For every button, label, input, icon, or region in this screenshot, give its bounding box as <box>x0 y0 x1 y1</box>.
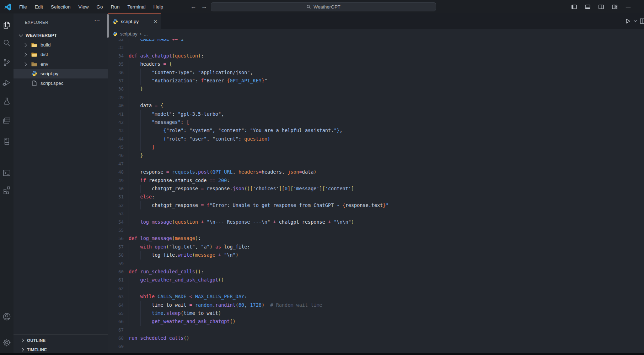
breadcrumb-tail[interactable]: ... <box>144 31 148 37</box>
line-number[interactable]: 34 <box>108 52 124 60</box>
activity-terminal-icon[interactable] <box>2 168 11 178</box>
run-icon[interactable] <box>625 18 631 24</box>
code-line[interactable]: 57 with open("log.txt", "a") as log_file… <box>108 243 644 251</box>
code-line[interactable]: 46 } <box>108 151 644 159</box>
run-dropdown-icon[interactable] <box>633 19 637 23</box>
line-number[interactable]: 52 <box>108 201 124 209</box>
code-line[interactable]: 56def log_message(message): <box>108 234 644 242</box>
line-number[interactable]: 60 <box>108 268 124 276</box>
code-line[interactable]: 53 <box>108 209 644 218</box>
sidebar-section-outline[interactable]: OUTLINE <box>14 334 108 346</box>
activity-explorer-icon[interactable] <box>2 21 11 30</box>
line-number[interactable]: 33 <box>108 43 124 51</box>
code-line[interactable]: 48 response = requests.post(GPT_URL, hea… <box>108 168 644 176</box>
line-number[interactable]: 66 <box>108 317 124 326</box>
code-line[interactable]: 69 <box>108 342 644 350</box>
breadcrumb-file[interactable]: script.py <box>120 31 137 37</box>
line-number[interactable]: 61 <box>108 276 124 284</box>
line-number[interactable]: 57 <box>108 243 124 251</box>
tree-item-build[interactable]: build <box>14 40 108 50</box>
toggle-panel-icon[interactable] <box>585 4 591 10</box>
code-line[interactable]: 55 <box>108 226 644 234</box>
code-line[interactable]: 54 log_message(question + "\n--- Respons… <box>108 218 644 226</box>
customize-layout-icon[interactable] <box>612 4 618 10</box>
code-line[interactable]: 58 log_file.write(message + "\n") <box>108 251 644 259</box>
line-number[interactable]: 35 <box>108 60 124 68</box>
code-line[interactable]: 35 headers = { <box>108 60 644 68</box>
code-line[interactable]: 50 chatgpt_response = response.json()['c… <box>108 185 644 193</box>
code-line[interactable]: 32 CALLS_MADE += 1 <box>108 39 644 43</box>
code-line[interactable]: 41 "model": "gpt-3.5-turbo", <box>108 110 644 118</box>
project-section-header[interactable]: WEATHERGPT <box>14 31 108 40</box>
tree-item-script-py[interactable]: script.py <box>14 69 108 78</box>
activity-live-preview-icon[interactable] <box>2 116 11 126</box>
line-number[interactable]: 51 <box>108 193 124 201</box>
code-line[interactable]: 47 <box>108 160 644 168</box>
code-line[interactable]: 38 } <box>108 85 644 93</box>
line-number[interactable]: 46 <box>108 151 124 159</box>
code-line[interactable]: 68run_scheduled_calls() <box>108 334 644 342</box>
line-number[interactable]: 49 <box>108 176 124 185</box>
code-line[interactable]: 44 {"role": "user", "content": question} <box>108 135 644 143</box>
code-line[interactable]: 62 <box>108 284 644 293</box>
code-line[interactable]: 65 time.sleep(time_to_wait) <box>108 309 644 317</box>
line-number[interactable]: 37 <box>108 77 124 85</box>
menu-item-help[interactable]: Help <box>150 3 167 11</box>
code-line[interactable]: 52 chatgpt_response = f"Error: Unable to… <box>108 201 644 209</box>
line-number[interactable]: 64 <box>108 301 124 309</box>
activity-testing-icon[interactable] <box>2 97 11 106</box>
line-number[interactable]: 48 <box>108 168 124 176</box>
tree-item-script-spec[interactable]: script.spec <box>14 78 108 88</box>
line-number[interactable]: 53 <box>108 209 124 218</box>
close-icon[interactable]: × <box>154 19 157 24</box>
code-line[interactable]: 43 {"role": "system", "content": "You ar… <box>108 126 644 135</box>
code-line[interactable]: 39 <box>108 93 644 102</box>
code-line[interactable]: 64 time_to_wait = random.randint(60, 172… <box>108 301 644 309</box>
menu-item-edit[interactable]: Edit <box>31 3 47 11</box>
code-line[interactable]: 40 data = { <box>108 102 644 110</box>
code-line[interactable]: 37 "Authorization": f"Bearer {GPT_API_KE… <box>108 77 644 85</box>
code-line[interactable]: 60def run_scheduled_calls(): <box>108 268 644 276</box>
nav-back-icon[interactable]: ← <box>190 3 197 10</box>
line-number[interactable]: 63 <box>108 293 124 301</box>
line-number[interactable]: 55 <box>108 226 124 234</box>
activity-remote-explorer-icon[interactable] <box>2 137 11 146</box>
code-line[interactable]: 63 while CALLS_MADE < MAX_CALLS_PER_DAY: <box>108 293 644 301</box>
code-line[interactable]: 51 else: <box>108 193 644 201</box>
line-number[interactable]: 32 <box>108 39 124 43</box>
more-actions-icon[interactable]: ⋯ <box>94 17 100 24</box>
code-line[interactable]: 66 get_weather_and_ask_chatgpt() <box>108 317 644 326</box>
code-line[interactable]: 49 if response.status_code == 200: <box>108 176 644 185</box>
line-number[interactable]: 59 <box>108 260 124 268</box>
menu-item-run[interactable]: Run <box>107 3 123 11</box>
line-number[interactable]: 39 <box>108 93 124 102</box>
activity-run-and-debug-icon[interactable] <box>2 78 11 87</box>
code-line[interactable]: 61 get_weather_and_ask_chatgpt() <box>108 276 644 284</box>
menu-item-file[interactable]: File <box>16 3 31 11</box>
line-number[interactable]: 38 <box>108 85 124 93</box>
activity-accounts-icon[interactable] <box>2 312 11 321</box>
sidebar-resize-sash[interactable] <box>107 14 109 38</box>
line-number[interactable]: 69 <box>108 342 124 350</box>
line-number[interactable]: 54 <box>108 218 124 226</box>
line-number[interactable]: 45 <box>108 143 124 151</box>
code-line[interactable]: 67 <box>108 326 644 334</box>
tab-script-py[interactable]: script.py × <box>108 13 161 29</box>
menu-item-go[interactable]: Go <box>93 3 107 11</box>
menu-item-terminal[interactable]: Terminal <box>124 3 149 11</box>
activity-source-control-icon[interactable] <box>2 58 11 67</box>
line-number[interactable]: 42 <box>108 118 124 126</box>
tree-item-env[interactable]: env <box>14 59 108 69</box>
code-editor[interactable]: 32 CALLS_MADE += 13334def ask_chatgpt(qu… <box>108 39 644 353</box>
code-line[interactable]: 36 "Content-Type": "application/json", <box>108 69 644 77</box>
line-number[interactable]: 41 <box>108 110 124 118</box>
activity-search-icon[interactable] <box>2 38 11 48</box>
line-number[interactable]: 50 <box>108 185 124 193</box>
toggle-primary-sidebar-icon[interactable] <box>571 4 577 10</box>
menu-item-selection[interactable]: Selection <box>47 3 74 11</box>
menu-item-view[interactable]: View <box>75 3 92 11</box>
line-number[interactable]: 40 <box>108 102 124 110</box>
nav-forward-icon[interactable]: → <box>201 3 207 10</box>
code-line[interactable]: 33 <box>108 43 644 51</box>
code-line[interactable]: 42 "messages": [ <box>108 118 644 126</box>
